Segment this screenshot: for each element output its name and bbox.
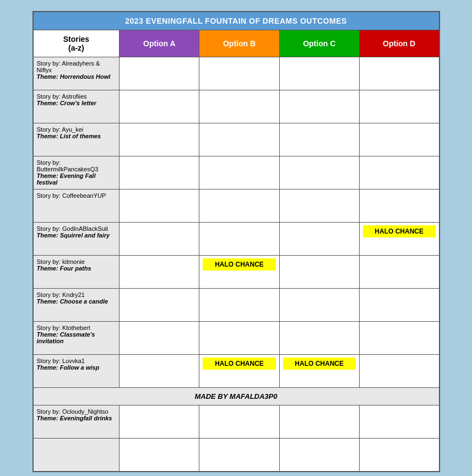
table-row: Story by: GodInABlackSuit Theme: Squirre… <box>33 223 440 256</box>
story-cell-9: Story by: Luvvka1 Theme: Follow a wisp <box>33 355 120 388</box>
option-d-2 <box>359 123 439 156</box>
option-b-6: HALO CHANCE <box>199 256 279 289</box>
option-a-8 <box>120 322 199 355</box>
option-d-1 <box>359 90 439 123</box>
header-row: Stories(a-z) Option A Option B Option C … <box>33 30 440 57</box>
option-c-7 <box>279 289 359 322</box>
story-cell-5: Story by: GodInABlackSuit Theme: Squirre… <box>33 223 120 256</box>
author-b0: Story by: Ocloudy_Nightso <box>37 408 108 415</box>
option-d-7 <box>359 289 439 322</box>
option-b-4 <box>199 190 279 223</box>
option-c-8 <box>279 322 359 355</box>
theme-5: Theme: Squirrel and fairy <box>37 232 110 239</box>
story-cell-extra <box>33 439 120 472</box>
made-by-row: MADE BY MAFALDA3P0 <box>33 388 440 405</box>
author-4: Story by: CoffeebeanYUP <box>37 192 106 199</box>
option-c-2 <box>279 123 359 156</box>
option-b-8 <box>199 322 279 355</box>
option-b-1 <box>199 90 279 123</box>
option-d-0 <box>359 57 439 90</box>
header-stories: Stories(a-z) <box>33 30 120 57</box>
author-8: Story by: Ktothebert <box>37 324 90 331</box>
option-d-extra <box>359 439 439 472</box>
table-row: Story by: Kndry21 Theme: Choose a candle <box>33 289 440 322</box>
header-option-d: Option D <box>359 30 439 57</box>
halo-chance-5d: HALO CHANCE <box>363 225 436 237</box>
option-b-5 <box>199 223 279 256</box>
table-title: 2023 EVENINGFALL FOUNTAIN OF DREAMS OUTC… <box>33 12 440 30</box>
story-cell-b0: Story by: Ocloudy_Nightso Theme: Evening… <box>33 405 120 439</box>
table-row: Story by: ButtermilkPancakesQ3 Theme: Ev… <box>33 156 440 190</box>
theme-2: Theme: List of themes <box>37 133 101 139</box>
option-d-6 <box>359 256 439 289</box>
made-by-label: MADE BY MAFALDA3P0 <box>33 388 440 405</box>
option-c-0 <box>279 57 359 90</box>
story-cell-0: Story by: Alreadyhers & Niftyx Theme: Ho… <box>33 57 120 90</box>
story-cell-3: Story by: ButtermilkPancakesQ3 Theme: Ev… <box>33 156 120 190</box>
theme-1: Theme: Crow's letter <box>37 100 96 106</box>
theme-3: Theme: Evening Fall festival <box>37 172 96 186</box>
header-option-c: Option C <box>279 30 359 57</box>
story-cell-7: Story by: Kndry21 Theme: Choose a candle <box>33 289 120 322</box>
option-c-5 <box>279 223 359 256</box>
table-row: Story by: Astrofiies Theme: Crow's lette… <box>33 90 440 123</box>
option-b-2 <box>199 123 279 156</box>
option-d-5: HALO CHANCE <box>359 223 439 256</box>
author-7: Story by: Kndry21 <box>37 291 85 298</box>
option-c-extra <box>279 439 359 472</box>
theme-0: Theme: Horrendous Howl <box>37 73 111 80</box>
header-option-b: Option B <box>199 30 279 57</box>
option-b-9: HALO CHANCE <box>199 355 279 388</box>
option-d-8 <box>359 322 439 355</box>
story-cell-6: Story by: kitmonie Theme: Four paths <box>33 256 120 289</box>
option-a-6 <box>120 256 199 289</box>
option-c-9: HALO CHANCE <box>279 355 359 388</box>
theme-9: Theme: Follow a wisp <box>37 364 100 371</box>
author-3: Story by: ButtermilkPancakesQ3 <box>37 159 99 172</box>
option-c-4 <box>279 190 359 223</box>
option-a-3 <box>120 156 199 190</box>
option-d-9 <box>359 355 439 388</box>
halo-chance-9c: HALO CHANCE <box>283 358 356 370</box>
table-row-extra <box>33 439 440 472</box>
option-c-3 <box>279 156 359 190</box>
option-a-5 <box>120 223 199 256</box>
option-a-2 <box>120 123 199 156</box>
theme-8: Theme: Classmate's invitation <box>37 331 95 344</box>
option-b-b0 <box>199 405 279 439</box>
theme-b0: Theme: Eveningfall drinks <box>37 415 112 421</box>
option-c-b0 <box>279 405 359 439</box>
table-row: Story by: Luvvka1 Theme: Follow a wisp H… <box>33 355 440 388</box>
option-b-extra <box>199 439 279 472</box>
option-a-extra <box>120 439 199 472</box>
option-b-7 <box>199 289 279 322</box>
story-cell-1: Story by: Astrofiies Theme: Crow's lette… <box>33 90 120 123</box>
table-row: Story by: Ayu_kei Theme: List of themes <box>33 123 440 156</box>
option-a-4 <box>120 190 199 223</box>
table-row: Story by: Ktothebert Theme: Classmate's … <box>33 322 440 355</box>
theme-7: Theme: Choose a candle <box>37 298 108 305</box>
story-cell-2: Story by: Ayu_kei Theme: List of themes <box>33 123 120 156</box>
halo-chance-9b: HALO CHANCE <box>203 358 275 370</box>
theme-6: Theme: Four paths <box>37 265 91 272</box>
option-a-0 <box>120 57 199 90</box>
author-6: Story by: kitmonie <box>37 258 85 265</box>
author-9: Story by: Luvvka1 <box>37 358 85 364</box>
option-c-6 <box>279 256 359 289</box>
table-row: Story by: Alreadyhers & Niftyx Theme: Ho… <box>33 57 440 90</box>
option-a-b0 <box>120 405 199 439</box>
header-option-a: Option A <box>120 30 199 57</box>
table-row: Story by: Ocloudy_Nightso Theme: Evening… <box>33 405 440 439</box>
story-cell-4: Story by: CoffeebeanYUP <box>33 190 120 223</box>
author-2: Story by: Ayu_kei <box>37 126 84 133</box>
option-a-9 <box>120 355 199 388</box>
option-d-b0 <box>359 405 439 439</box>
option-d-3 <box>359 156 439 190</box>
title-row: 2023 EVENINGFALL FOUNTAIN OF DREAMS OUTC… <box>33 12 440 30</box>
main-content: 2023 EVENINGFALL FOUNTAIN OF DREAMS OUTC… <box>32 11 440 472</box>
option-d-4 <box>359 190 439 223</box>
table-row: Story by: kitmonie Theme: Four paths HAL… <box>33 256 440 289</box>
option-a-7 <box>120 289 199 322</box>
table-row: Story by: CoffeebeanYUP <box>33 190 440 223</box>
story-cell-8: Story by: Ktothebert Theme: Classmate's … <box>33 322 120 355</box>
